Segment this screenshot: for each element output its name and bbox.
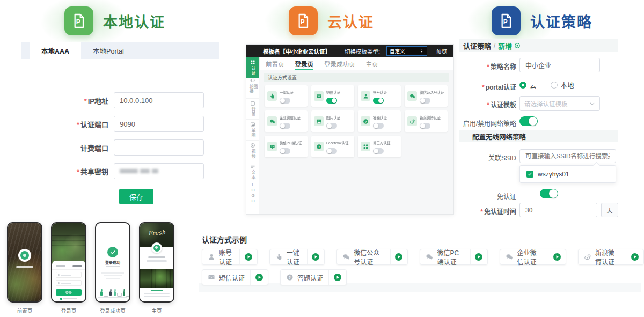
facebook-auth-toggle[interactable]: [326, 148, 337, 154]
example-weibo-auth[interactable]: 新浪微博认证: [578, 249, 644, 265]
auth-port-label: *认证端口: [33, 119, 114, 129]
example-wechat-pc-auth[interactable]: 微信PC端认证: [420, 249, 488, 265]
sms-auth-toggle[interactable]: [326, 98, 337, 104]
ssid-checkbox-checked[interactable]: [526, 171, 533, 178]
shop-info-section: [140, 288, 173, 301]
wifi-logo-badge: [151, 242, 162, 253]
form-row-auth-port: *认证端口: [33, 116, 204, 132]
date-text-line: [147, 260, 167, 262]
policy-title: 认证策略: [530, 11, 592, 32]
shared-secret-input[interactable]: [114, 163, 204, 179]
policy-name-input[interactable]: [519, 58, 600, 72]
card-account-auth: 账号认证: [358, 85, 401, 107]
sms-icon: [208, 274, 215, 281]
breadcrumb-separator: /: [494, 42, 495, 49]
example-wecom-auth[interactable]: 企业微信认证: [500, 249, 566, 265]
wecom-auth-toggle[interactable]: [280, 123, 290, 129]
billing-port-input[interactable]: [114, 139, 204, 156]
play-icon[interactable]: [244, 253, 253, 261]
play-icon[interactable]: [311, 253, 320, 261]
tab-local-aaa[interactable]: 本地AAA: [30, 42, 81, 59]
play-icon[interactable]: [631, 253, 639, 261]
phone-label-front-page: 前置页: [7, 307, 42, 314]
shared-secret-label: *共享密钥: [33, 166, 114, 176]
play-icon[interactable]: [394, 253, 403, 261]
example-account-auth[interactable]: 账号认证: [202, 249, 258, 265]
ssid-dropdown: wszyhys01: [519, 165, 616, 183]
local-tab-bar: 本地AAA 本地Portal: [21, 42, 219, 59]
sidebar-item-carousel[interactable]: 轮播图: [246, 78, 259, 99]
quiz-auth-toggle[interactable]: [373, 123, 384, 129]
preview-button[interactable]: 预览: [436, 47, 447, 55]
wireless-policy-section-band: 配置无线网络策略: [459, 130, 618, 142]
phone-preview-home-page: Fresh: [139, 222, 174, 303]
image-auth-toggle[interactable]: [326, 123, 337, 129]
phone-preview-front-page: [7, 222, 42, 303]
example-wechat-official-auth[interactable]: 微信公众号认证: [336, 249, 408, 265]
play-icon[interactable]: [474, 253, 483, 261]
third-party-auth-toggle[interactable]: [373, 148, 384, 154]
phone-preview-login-success-page: 登录成功: [95, 222, 130, 303]
ip-input[interactable]: [114, 92, 204, 108]
tab-login-page[interactable]: 登录页: [295, 57, 314, 70]
auth-method-card-grid: 一键认证 短信认证 账号认证 微信公众号认证 企业微信认证: [265, 85, 449, 157]
success-subtext-line: [106, 266, 120, 267]
agreement-note: [52, 298, 85, 300]
video-icon: [250, 143, 255, 148]
sidebar-item-text[interactable]: 文本: [246, 161, 259, 182]
examples-row-1: 账号认证 一键认证 微信公众号认证 微信PC端认证 企业微信认证 新浪微博认证: [202, 249, 644, 265]
third-party-icon: [361, 142, 370, 151]
examples-row-2: 短信认证 答题认证: [202, 269, 347, 285]
sidebar-item-auth[interactable]: 认证: [246, 57, 259, 78]
watermark-lines: [101, 272, 124, 279]
login-input-password: [56, 280, 82, 286]
question-icon: [286, 274, 294, 281]
network-policy-toggle[interactable]: [519, 116, 538, 126]
login-tab-inactive: [56, 265, 65, 267]
breadcrumb-current[interactable]: 新增: [498, 41, 512, 51]
auth-port-input[interactable]: [114, 116, 204, 132]
portal-document-icon-orange: [289, 6, 318, 35]
save-button[interactable]: 保存: [119, 189, 153, 204]
login-success-text: 登录成功: [96, 260, 129, 265]
wechat-pc-icon: [267, 142, 277, 151]
one-key-auth-toggle[interactable]: [280, 98, 290, 104]
play-icon[interactable]: [255, 273, 264, 282]
welcome-text-line: [148, 256, 165, 258]
editor-content: 认证方式设置 一键认证 短信认证 账号认证 微信公众号认证: [259, 70, 453, 214]
example-sms-auth[interactable]: 短信认证: [202, 269, 268, 285]
wecom-icon: [506, 253, 513, 261]
exempt-auth-toggle[interactable]: [540, 189, 558, 198]
tab-login-success-page[interactable]: 登录成功页: [324, 57, 355, 70]
account-auth-toggle[interactable]: [373, 98, 384, 104]
radio-local[interactable]: [551, 82, 558, 89]
wechat-pc-auth-toggle[interactable]: [280, 148, 290, 154]
play-icon[interactable]: [333, 273, 342, 282]
updown-icon: [420, 49, 424, 53]
form-row-shared-secret: *共享密钥: [33, 163, 204, 179]
play-icon[interactable]: [553, 253, 561, 261]
tab-local-portal[interactable]: 本地Portal: [81, 42, 136, 59]
sidebar-item-single-image[interactable]: 单图: [246, 120, 259, 141]
people-illustration: [96, 281, 129, 299]
template-type-select[interactable]: 自定义: [386, 46, 427, 56]
template-name: 模板名【中小企业云认证】: [263, 47, 331, 55]
tab-front-page[interactable]: 前置页: [266, 57, 284, 70]
radio-cloud[interactable]: [519, 82, 526, 89]
exempt-time-unit: 天: [601, 203, 618, 217]
wechat-official-auth-toggle[interactable]: [420, 98, 430, 104]
ssid-search-input[interactable]: [519, 149, 616, 163]
example-one-key-auth[interactable]: 一键认证: [269, 249, 325, 265]
user-icon: [361, 91, 370, 101]
auth-grid-icon: [250, 60, 255, 65]
sidebar-item-video[interactable]: 视频: [246, 141, 259, 161]
ssid-option[interactable]: wszyhys01: [538, 171, 569, 178]
weibo-auth-toggle[interactable]: [420, 123, 430, 129]
sidebar-item-background[interactable]: 背景: [246, 99, 259, 120]
tab-home-page[interactable]: 主页: [366, 57, 378, 70]
example-quiz-auth[interactable]: 答题认证: [280, 269, 347, 285]
auth-template-select[interactable]: 请选择认证模板: [519, 96, 600, 111]
exempt-time-input[interactable]: [519, 203, 597, 217]
sidebar-item-logo[interactable]: LOGO: [246, 182, 259, 203]
store-photo-background: [8, 223, 41, 301]
